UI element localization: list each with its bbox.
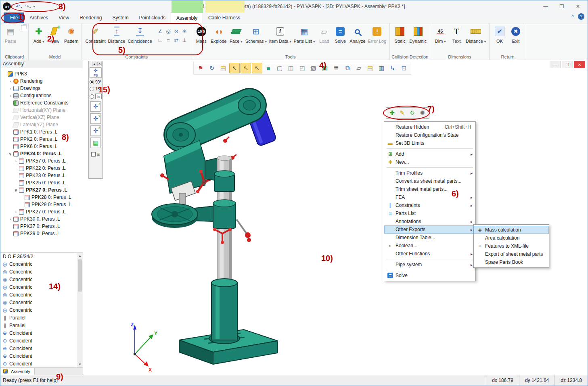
tree-item[interactable]: ›Drawings (0, 85, 83, 92)
tab-assembly[interactable]: Assembly (171, 13, 203, 23)
scrollbar-thumb[interactable] (78, 259, 82, 292)
dof-item[interactable]: ⊕Coincident (0, 344, 77, 352)
tree-item[interactable]: ›Configurations (0, 92, 83, 99)
measure-icon[interactable]: ▤ (218, 63, 228, 73)
item-data-button[interactable]: i Item Data ▾ (268, 24, 293, 44)
coincidence-button[interactable]: ↧ Coincidence (126, 24, 153, 44)
menu-item-export-of-sheet-metal-parts[interactable]: Export of sheet metal parts (474, 250, 549, 258)
tree-item[interactable]: PPK2 0: Perus .L (0, 136, 83, 143)
tab-archives[interactable]: Archives (24, 13, 53, 23)
menu-item-features-to-xml-file[interactable]: ≡Features to XML-file (474, 242, 549, 250)
dof-item[interactable]: ◎Concentric (0, 275, 77, 283)
tree-item[interactable]: ∨PPK27 0: Perus .L (0, 186, 83, 194)
chevron-collapsed-icon[interactable]: › (13, 210, 19, 214)
notes-icon[interactable]: ≣ (331, 63, 341, 73)
tree-item[interactable]: PPK28 0: Perus .L (0, 194, 83, 201)
distance-constraint-button[interactable]: ↕ Distance (107, 24, 127, 44)
tree-item[interactable]: PPK1 0: Perus .L (0, 128, 83, 136)
text-button[interactable]: T Text (448, 24, 465, 44)
close-panel-icon[interactable]: ✕ (97, 62, 102, 66)
wireframe-view-icon[interactable]: ▢ (274, 63, 285, 73)
print-icon[interactable]: ▥ (376, 63, 387, 73)
chevron-collapsed-icon[interactable]: › (8, 217, 13, 221)
menu-item-convert-as-sheet-metal-parts[interactable]: Convert as sheet metal parts... (384, 177, 475, 185)
paste-button[interactable]: ▤ Paste (2, 24, 19, 44)
face-button[interactable]: Face ▾ (228, 24, 244, 44)
dof-item[interactable]: ◎Concentric (0, 260, 77, 268)
dof-item[interactable]: ◎Concentric (0, 283, 77, 291)
menu-item-trim-profiles[interactable]: Trim Profiles▸ (384, 169, 475, 177)
dock-panel-icon[interactable]: ▴ (92, 62, 96, 66)
add-part-icon[interactable]: ✚ (387, 108, 397, 118)
scroll-up-icon[interactable]: ▲ (77, 253, 83, 259)
tree-item[interactable]: PPK6 0: Perus .L (0, 143, 83, 150)
menu-item-solve[interactable]: =Solve (384, 271, 475, 280)
ok-button[interactable]: ✔ OK (492, 24, 508, 44)
coords-icon[interactable]: ↳ (387, 63, 398, 73)
viewport[interactable]: — ❐ ✕ ⚑↻▤↖↖↖■▢◫◰▧▣≣⧉▱▤▥↳⊡ ▴ ✕ ✛ F8 90° (83, 60, 588, 375)
menu-item-restore-hidden[interactable]: Restore HiddenCtrl+Shift+H (384, 123, 475, 131)
exit-button[interactable]: ✖ Exit (508, 24, 524, 44)
render-mode-icon[interactable]: ▣ (320, 63, 330, 73)
new-button[interactable]: + New (47, 24, 63, 44)
load-button[interactable]: ▱ Load (316, 24, 332, 44)
menu-item-set-3d-limits[interactable]: ▬Set 3D Limits (384, 139, 475, 147)
new-part-icon[interactable]: ✎ (398, 108, 407, 118)
explode-button[interactable]: ◖◗ Explode (209, 24, 228, 44)
tree-item[interactable]: ›PPK57 0: Perus .L (0, 157, 83, 165)
dof-scrollbar[interactable]: ▲ ▼ (77, 253, 83, 367)
chevron-collapsed-icon[interactable]: › (8, 94, 13, 98)
analyze-button[interactable]: Analyze (348, 24, 366, 44)
hidden-line-view-icon[interactable]: ◫ (286, 63, 296, 73)
tab-system[interactable]: System (107, 13, 134, 23)
layers-icon[interactable]: ▤ (365, 63, 375, 73)
select-vertex-icon[interactable]: ↖ (229, 63, 240, 73)
angle-90-option[interactable]: 90° (89, 79, 103, 86)
drill-press-model[interactable]: Z Y X (83, 60, 588, 376)
export-view-icon[interactable]: ⊡ (399, 63, 409, 73)
error-log-button[interactable]: ! Error Log (367, 24, 388, 44)
move-z-button[interactable]: ✛z (90, 101, 101, 112)
mass-button[interactable]: 10.0 Mass (193, 24, 209, 44)
angle-15-option[interactable]: 15° (89, 86, 103, 92)
move-x-button[interactable]: ✛x (90, 125, 101, 136)
copy-icon[interactable] (21, 25, 26, 30)
dof-item[interactable]: ◎Concentric (0, 306, 77, 314)
update-icon[interactable]: ↻ (408, 108, 417, 118)
static-button[interactable]: Static (392, 24, 408, 44)
viewport-minimize-button[interactable]: — (550, 61, 561, 68)
tree-item[interactable]: PPK37 0: Perus .L (0, 223, 83, 230)
update-view-icon[interactable]: ↻ (207, 63, 217, 73)
menu-item-boolean[interactable]: ◐Boolean... (384, 242, 475, 250)
offset-constraint-icon[interactable]: ⊘ (173, 27, 180, 35)
fix-constraint-icon[interactable]: ✳ (181, 27, 188, 35)
select-edge-icon[interactable]: ↖ (241, 63, 251, 73)
tab-rendering[interactable]: Rendering (74, 13, 107, 23)
chevron-expanded-icon[interactable]: ∨ (13, 188, 19, 192)
chevron-collapsed-icon[interactable]: › (8, 86, 13, 91)
pin-icon[interactable]: ⚑ (195, 63, 206, 73)
schemas-button[interactable]: ⊞ Schemas ▾ (244, 24, 268, 44)
menu-item-area-calculation[interactable]: Area calculation (474, 234, 549, 242)
angle-constraint-icon[interactable]: ∠ (157, 27, 164, 35)
tab-view[interactable]: View (53, 13, 74, 23)
tab-point-clouds[interactable]: Point clouds (134, 13, 171, 23)
tree-item[interactable]: ∨PPK24 0: Perus .L (0, 150, 83, 157)
menu-item-add[interactable]: ⊞Add▸ (384, 150, 475, 158)
lock-constraint-icon[interactable]: ⊥ (181, 36, 188, 44)
menu-item-new[interactable]: ✚New... (384, 158, 475, 166)
menu-item-spare-parts-book[interactable]: Spare Parts Book (474, 258, 549, 266)
maximize-button[interactable]: ❐ (554, 0, 570, 13)
tree-item[interactable]: ›PPK30 0: Perus .L (0, 215, 83, 223)
tree-item[interactable]: Reference Constraints (0, 99, 83, 106)
dof-item[interactable]: ⊕Coincident (0, 337, 77, 344)
clip-view-icon[interactable]: ▧ (308, 63, 319, 73)
move-y-button[interactable]: ✛y (90, 113, 101, 124)
tab-file[interactable]: File (4, 13, 24, 23)
select-face-icon[interactable]: ↖ (252, 63, 262, 73)
chevron-expanded-icon[interactable]: ∨ (8, 152, 13, 156)
app-logo-icon[interactable]: G4 (3, 2, 11, 10)
menu-item-mass-calculation[interactable]: ◈Mass calculation (474, 226, 549, 234)
menu-item-parts-list[interactable]: ≣Parts List (384, 209, 475, 217)
dof-item[interactable]: ◎Concentric (0, 291, 77, 298)
